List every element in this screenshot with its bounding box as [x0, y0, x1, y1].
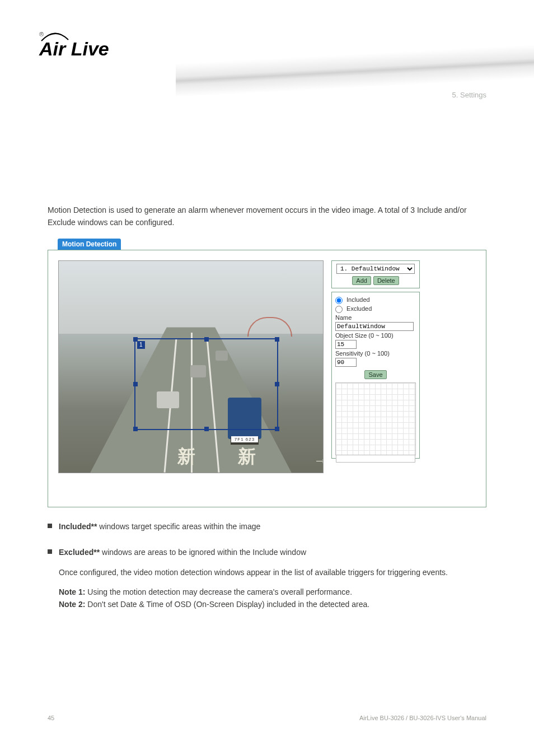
- save-button[interactable]: Save: [364, 370, 386, 379]
- lane-label: 新: [177, 445, 195, 469]
- logo-text: Air Live: [39, 38, 109, 60]
- intro-paragraph: Motion Detection is used to generate an …: [48, 204, 486, 228]
- bullet-included: Included** windows target specific areas…: [48, 521, 486, 533]
- md-controls: 1. DefaultWindow Add Delete Included Exc…: [331, 260, 420, 473]
- bullet-body: windows are areas to be ignored within t…: [102, 548, 306, 557]
- bullet-title: Excluded**: [59, 548, 102, 557]
- post-bullet-text: Once configured, the video motion detect…: [59, 568, 448, 577]
- vehicle-truck: [228, 398, 261, 439]
- lane-arrow-icon: →: [313, 452, 324, 469]
- sens-label: Sensitivity (0 ~ 100): [335, 350, 416, 357]
- note2-body: Don't set Date & Time of OSD (On-Screen …: [85, 600, 369, 609]
- window-select[interactable]: 1. DefaultWindow: [336, 264, 415, 274]
- footer-manual-title: AirLive BU-3026 / BU-3026-IVS User's Man…: [359, 715, 486, 721]
- page-footer: 45 AirLive BU-3026 / BU-3026-IVS User's …: [48, 715, 486, 721]
- bullet-body: windows target specific areas within the…: [99, 522, 260, 531]
- header-swoosh: [176, 45, 534, 97]
- excluded-radio-row[interactable]: Excluded: [335, 305, 416, 313]
- page-number: 45: [48, 715, 54, 721]
- delete-button[interactable]: Delete: [373, 276, 399, 285]
- bullet-excluded: Excluded** windows are areas to be ignor…: [48, 547, 486, 611]
- excluded-radio[interactable]: [335, 306, 343, 313]
- note1-label: Note 1:: [59, 587, 85, 596]
- bullet-icon: [48, 549, 52, 554]
- histogram-chart: [335, 382, 416, 455]
- bullet-icon: [48, 524, 52, 528]
- add-button[interactable]: Add: [352, 276, 371, 285]
- size-input[interactable]: [335, 340, 357, 349]
- lane-label: 新: [238, 445, 256, 469]
- brand-logo: Air Live®: [39, 31, 140, 64]
- motion-detection-panel: 7F1 623 1 新 新 → 1. Def: [48, 250, 486, 507]
- bullet-title: Included**: [59, 522, 99, 531]
- included-label: Included: [346, 296, 370, 303]
- license-plate: 7F1 623: [231, 436, 258, 442]
- name-label: Name: [335, 314, 416, 321]
- vehicle: [157, 391, 179, 408]
- included-radio-row[interactable]: Included: [335, 296, 416, 304]
- size-label: Object Size (0 ~ 100): [335, 332, 416, 339]
- section-heading: 5. Settings: [452, 91, 486, 99]
- excluded-label: Excluded: [346, 305, 372, 312]
- video-preview[interactable]: 7F1 623 1 新 新 →: [58, 260, 324, 473]
- included-radio[interactable]: [335, 297, 343, 304]
- sens-input[interactable]: [335, 358, 357, 367]
- vehicle: [190, 365, 206, 377]
- name-input[interactable]: [335, 322, 414, 331]
- motion-detection-tab[interactable]: Motion Detection: [58, 239, 121, 250]
- note2-label: Note 2:: [59, 600, 85, 609]
- bullet-list: Included** windows target specific areas…: [48, 521, 486, 610]
- note1-body: Using the motion detection may decrease …: [85, 587, 352, 596]
- vehicle: [216, 351, 228, 361]
